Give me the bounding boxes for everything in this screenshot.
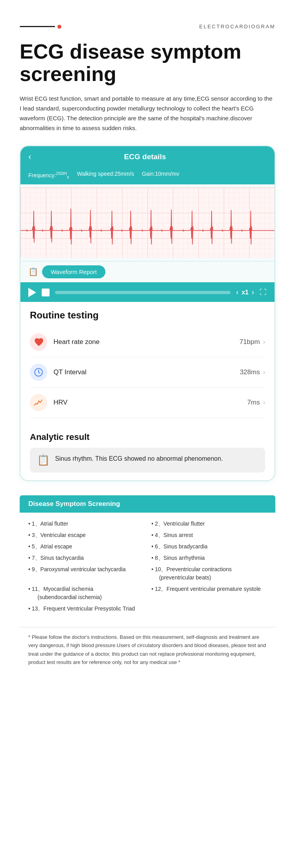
- stop-icon: [42, 289, 50, 296]
- list-item: • 3、Ventricular escape: [28, 531, 144, 539]
- play-icon: [28, 288, 36, 297]
- list-item: • 7、Sinus tachycardia: [28, 554, 144, 562]
- speed-control: ‹ x1 ›: [236, 288, 254, 296]
- gain-label: Gain:10mm/mv: [142, 171, 179, 179]
- heart-rate-row[interactable]: Heart rate zone 71bpm ›: [30, 327, 265, 357]
- analytic-result-title: Analytic result: [30, 432, 265, 442]
- header-dash: [20, 26, 55, 27]
- phone-mockup: ‹ ECG details Frequency:250Hz Walking sp…: [20, 145, 275, 481]
- report-icon: 📋: [28, 267, 38, 276]
- routine-testing-section: Routine testing Heart rate zone 71bpm ›: [20, 302, 275, 426]
- ecg-info-bar: Frequency:250Hz Walking speed:25mm/s Gai…: [20, 167, 275, 184]
- hrv-chevron: ›: [263, 399, 265, 406]
- analytic-result-text: Sinus rhythm. This ECG showed no abnorma…: [55, 454, 223, 463]
- ecg-waveform-svg: [20, 188, 275, 258]
- list-item: • 12、Frequent ventricular premature syst…: [151, 585, 267, 601]
- disclaimer-text: * Please follow the doctor's instruction…: [20, 627, 275, 672]
- ecg-app-title: ECG details: [35, 153, 255, 161]
- disease-screening-section: Disease Symptom Screening • 1、Atrial flu…: [20, 495, 275, 672]
- hrv-row[interactable]: HRV 7ms ›: [30, 388, 265, 418]
- progress-bar[interactable]: [55, 291, 230, 294]
- analytic-result-section: Analytic result 📋 Sinus rhythm. This ECG…: [20, 426, 275, 480]
- list-item: • 13、Frequent Ventricular Presystolic Tr…: [28, 605, 267, 613]
- speed-value: x1: [242, 289, 249, 296]
- list-item: • 8、Sinus arrhythmia: [151, 554, 267, 562]
- ecg-waveform-bottom: 📋 Waveform Report: [20, 261, 275, 283]
- heart-rate-icon: [30, 333, 47, 351]
- list-item: • 5、Atrial escape: [28, 542, 144, 551]
- routine-testing-title: Routine testing: [30, 310, 265, 321]
- list-item: • 11、Myocardial ischemia (subendocardial…: [28, 585, 144, 601]
- header-line: ELECTROCARDIOGRAM: [20, 24, 275, 29]
- list-item: • 4、Sinus arrest: [151, 531, 267, 539]
- header-dot: [57, 25, 61, 29]
- heart-rate-chevron: ›: [263, 338, 265, 346]
- play-button[interactable]: [28, 288, 36, 297]
- list-item: • 1、Atrial flutter: [28, 520, 144, 528]
- list-item: • 10、Preventricular contractions (preven…: [151, 565, 267, 582]
- page-wrapper: ELECTROCARDIOGRAM ECG disease symptom sc…: [0, 0, 295, 688]
- ecg-app-header: ‹ ECG details: [20, 146, 275, 167]
- description-text: Wrist ECG test function, smart and porta…: [20, 94, 275, 133]
- waveform-report-button[interactable]: Waveform Report: [42, 265, 105, 278]
- list-item: • 9、Paroxysmal ventricular tachycardia: [28, 565, 144, 582]
- disease-list: • 1、Atrial flutter • 2、Ventricular flutt…: [20, 513, 275, 620]
- heart-rate-name: Heart rate zone: [53, 338, 240, 346]
- header-label: ELECTROCARDIOGRAM: [199, 24, 275, 29]
- qt-interval-icon: [30, 364, 47, 381]
- walking-speed-label: Walking speed:25mm/s: [77, 171, 134, 179]
- back-button[interactable]: ‹: [28, 152, 31, 162]
- stop-button[interactable]: [42, 289, 50, 296]
- main-title: ECG disease symptom screening: [20, 40, 275, 85]
- hrv-icon: [30, 394, 47, 411]
- qt-interval-chevron: ›: [263, 369, 265, 376]
- svg-rect-2: [20, 188, 275, 258]
- speed-prev-button[interactable]: ‹: [236, 288, 238, 296]
- hrv-name: HRV: [53, 399, 247, 406]
- qt-interval-row[interactable]: QT Interval 328ms ›: [30, 357, 265, 388]
- list-item: • 2、Ventricular flutter: [151, 520, 267, 528]
- fullscreen-button[interactable]: ⛶: [260, 288, 267, 296]
- qt-interval-value: 328ms: [240, 368, 260, 376]
- playback-controls: ‹ x1 › ⛶: [20, 283, 275, 302]
- analytic-icon: 📋: [37, 454, 50, 466]
- ecg-waveform-area: [20, 184, 275, 261]
- qt-interval-name: QT Interval: [53, 368, 240, 376]
- disease-screening-header: Disease Symptom Screening: [20, 495, 275, 513]
- frequency-label: Frequency:250Hz: [28, 171, 69, 179]
- hrv-value: 7ms: [247, 399, 260, 406]
- speed-next-button[interactable]: ›: [252, 288, 254, 296]
- analytic-result-card: 📋 Sinus rhythm. This ECG showed no abnor…: [30, 448, 265, 473]
- list-item: • 6、Sinus bradycardia: [151, 542, 267, 551]
- heart-rate-value: 71bpm: [240, 338, 260, 346]
